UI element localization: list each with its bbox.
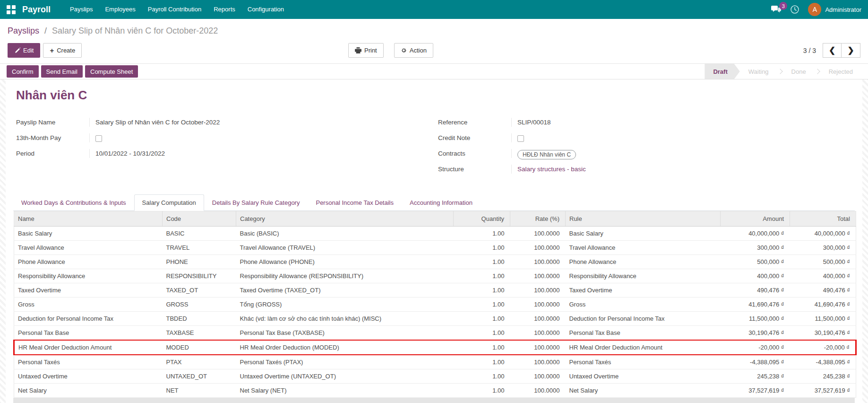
app-name[interactable]: Payroll: [22, 5, 51, 15]
cell-rate: 100.0000: [510, 283, 566, 298]
breadcrumb-parent-link[interactable]: Payslips: [8, 26, 39, 35]
cell-amount: 400,000 ₫: [721, 269, 790, 283]
plus-icon: +: [50, 46, 54, 54]
tab-accounting-information[interactable]: Accounting Information: [402, 194, 481, 211]
table-body: Basic SalaryBASICBasic (BASIC)1.00100.00…: [14, 227, 856, 398]
cell-quantity: 1.00: [454, 326, 510, 341]
cell-amount: 500,000 ₫: [721, 255, 790, 269]
table-row[interactable]: HR Meal Order Deduction AmountMODEDHR Me…: [14, 340, 856, 355]
credit-note-checkbox[interactable]: [517, 135, 524, 142]
cell-code: NET: [163, 384, 236, 398]
column-header-rule[interactable]: Rule: [566, 211, 721, 227]
cell-total: 30,190,476 ₫: [790, 326, 856, 341]
activity-clock-icon[interactable]: [790, 5, 799, 14]
cell-code: TRAVEL: [163, 241, 236, 255]
column-header-total[interactable]: Total: [790, 211, 856, 227]
field-group-right: Reference SLIP/00018 Credit Note Contrac…: [438, 118, 852, 180]
state-done[interactable]: Done: [783, 64, 815, 79]
table-row[interactable]: Responsibility AllowanceRESPONSIBILITYRe…: [14, 269, 856, 283]
table-row[interactable]: Net SalaryNETNet Salary (NET)1.00100.000…: [14, 384, 856, 398]
field-label: Credit Note: [438, 133, 512, 142]
table-row[interactable]: GrossGROSSTổng (GROSS)1.00100.0000Gross4…: [14, 298, 856, 312]
edit-button[interactable]: Edit: [8, 43, 40, 58]
cell-amount: 245,238 ₫: [721, 369, 790, 384]
printer-icon: [355, 47, 361, 53]
cell-rule: Personal Tax Base: [566, 326, 721, 341]
apps-grid-icon[interactable]: [7, 5, 16, 14]
cell-rule: Basic Salary: [566, 227, 721, 241]
cell-total: 400,000 ₫: [790, 269, 856, 283]
cell-quantity: 1.00: [454, 269, 510, 283]
state-draft[interactable]: Draft: [705, 64, 739, 79]
create-button[interactable]: + Create: [43, 43, 82, 58]
cell-category: Basic (BASIC): [236, 227, 454, 241]
table-row[interactable]: Taxed OvertimeTAXED_OTTaxed Overtime (TA…: [14, 283, 856, 298]
column-header-code[interactable]: Code: [163, 211, 236, 227]
contract-tag[interactable]: HĐLĐ Nhân viên C: [517, 150, 576, 159]
tab-details-by-salary-rule-category[interactable]: Details By Salary Rule Category: [204, 194, 308, 211]
confirm-button[interactable]: Confirm: [7, 65, 39, 78]
table-row[interactable]: Personal TaxésPTAXPersonal Taxés (PTAX)1…: [14, 355, 856, 369]
column-header-rate[interactable]: Rate (%): [510, 211, 566, 227]
cell-rule: Gross: [566, 298, 721, 312]
cell-total: 37,527,619 ₫: [790, 384, 856, 398]
column-header-category[interactable]: Category: [236, 211, 454, 227]
cell-rate: 100.0000: [510, 369, 566, 384]
tab-salary-computation[interactable]: Salary Computation: [134, 194, 204, 211]
state-waiting[interactable]: Waiting: [740, 64, 777, 79]
13th-month-pay-checkbox[interactable]: [95, 135, 102, 142]
field-value: 10/01/2022 - 10/31/2022: [90, 149, 438, 158]
cell-name: Gross: [14, 298, 163, 312]
table-row[interactable]: Deduction for Personal Income TaxTBDEDKh…: [14, 312, 856, 326]
messages-icon[interactable]: 3: [771, 5, 782, 14]
field-reference: Reference SLIP/00018: [438, 118, 852, 133]
structure-link[interactable]: Salary structures - basic: [517, 166, 586, 173]
pager-previous-button[interactable]: ❮: [823, 43, 842, 58]
cell-name: Net Salary: [14, 384, 163, 398]
cell-category: HR Meal Order Deduction (MODED): [236, 340, 454, 355]
cell-quantity: 1.00: [454, 369, 510, 384]
cell-total: 11,500,000 ₫: [790, 312, 856, 326]
cell-category: Untaxed Overtime (UNTAXED_OT): [236, 369, 454, 384]
field-payslip-name: Payslip Name Salary Slip of Nhân viên C …: [16, 118, 438, 133]
pager-next-button[interactable]: ❯: [842, 43, 860, 58]
nav-item-payslips[interactable]: Payslips: [64, 0, 99, 19]
table-row[interactable]: Untaxed OvertimeUNTAXED_OTUntaxed Overti…: [14, 369, 856, 384]
send-email-button[interactable]: Send Email: [41, 65, 83, 78]
cell-rule: Travel Allowance: [566, 241, 721, 255]
nav-item-configuration[interactable]: Configuration: [241, 0, 290, 19]
cell-category: Net Salary (NET): [236, 384, 454, 398]
table-row[interactable]: Personal Tax BaseTAXBASEPersonal Tax Bas…: [14, 326, 856, 341]
messages-badge: 3: [779, 2, 787, 10]
print-button[interactable]: Print: [348, 43, 384, 58]
user-menu[interactable]: A Administrator: [808, 3, 861, 16]
cell-rate: 100.0000: [510, 227, 566, 241]
field-label: Reference: [438, 118, 512, 127]
table-row[interactable]: Basic SalaryBASICBasic (BASIC)1.00100.00…: [14, 227, 856, 241]
tab-personal-income-tax-details[interactable]: Personal Income Tax Details: [308, 194, 402, 211]
state-rejected[interactable]: Rejected: [820, 64, 861, 79]
table-row[interactable]: Travel AllowanceTRAVELTravel Allowance (…: [14, 241, 856, 255]
cell-quantity: 1.00: [454, 227, 510, 241]
field-credit-note: Credit Note: [438, 133, 852, 149]
tab-worked-days[interactable]: Worked Days & Contributions & Inputs: [13, 194, 134, 211]
cell-rule: Deduction for Personal Income Tax: [566, 312, 721, 326]
column-header-quantity[interactable]: Quantity: [454, 211, 510, 227]
cell-category: Phone Allowance (PHONE): [236, 255, 454, 269]
nav-item-employees[interactable]: Employees: [99, 0, 141, 19]
salary-computation-table: Name Code Category Quantity Rate (%) Rul…: [13, 211, 857, 398]
column-header-name[interactable]: Name: [14, 211, 163, 227]
field-groups: Payslip Name Salary Slip of Nhân viên C …: [13, 118, 855, 180]
field-label: Contracts: [438, 149, 512, 158]
nav-item-reports[interactable]: Reports: [207, 0, 241, 19]
cell-rule: Net Salary: [566, 384, 721, 398]
record-title: Nhân viên C: [13, 79, 855, 103]
cell-amount: 30,190,476 ₫: [721, 326, 790, 341]
action-button[interactable]: Action: [394, 43, 433, 58]
table-row[interactable]: Phone AllowancePHONEPhone Allowance (PHO…: [14, 255, 856, 269]
cell-code: PTAX: [163, 355, 236, 369]
cell-rate: 100.0000: [510, 255, 566, 269]
nav-item-payroll-contribution[interactable]: Payroll Contribution: [142, 0, 207, 19]
column-header-amount[interactable]: Amount: [721, 211, 790, 227]
compute-sheet-button[interactable]: Compute Sheet: [85, 65, 138, 78]
